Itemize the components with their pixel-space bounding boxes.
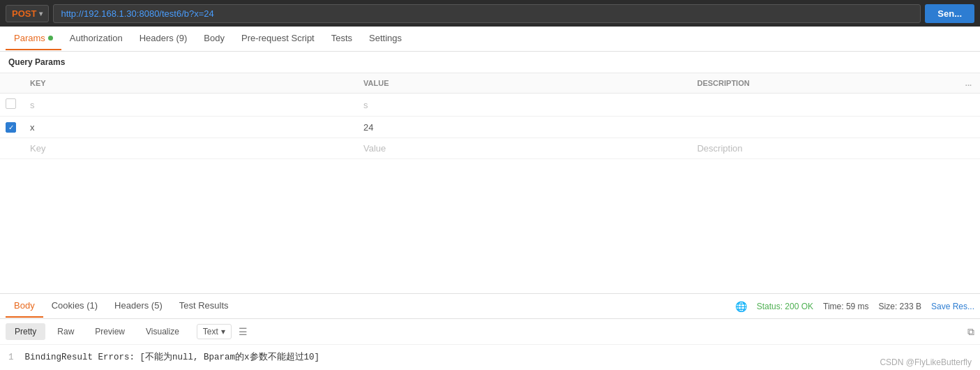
new-row-check-cell xyxy=(0,138,22,159)
tab-authorization-label: Authorization xyxy=(70,33,123,43)
new-row-value-placeholder: Value xyxy=(363,143,386,154)
row2-value-cell[interactable]: 24 xyxy=(355,117,688,138)
row2-value-value: 24 xyxy=(363,122,373,133)
tab-body-label: Body xyxy=(204,33,225,43)
method-label: POST xyxy=(12,8,36,19)
col-more: ... xyxy=(957,73,980,94)
row2-desc-cell[interactable] xyxy=(688,117,956,138)
row1-more-cell xyxy=(957,94,980,117)
tab-params-label: Params xyxy=(14,33,45,43)
tab-headers[interactable]: Headers (9) xyxy=(131,27,196,50)
tab-params[interactable]: Params xyxy=(6,27,61,50)
col-check xyxy=(0,73,22,94)
tab-prerequest-label: Pre-request Script xyxy=(241,33,315,43)
params-table: KEY VALUE DESCRIPTION ... s s xyxy=(0,73,980,159)
new-row-more-cell xyxy=(957,138,980,159)
method-chevron-icon: ▾ xyxy=(39,10,43,17)
tab-authorization[interactable]: Authorization xyxy=(61,27,131,50)
row1-key-value: s xyxy=(30,100,35,110)
query-params-section-label: Query Params xyxy=(0,52,980,73)
table-row: ✓ x 24 xyxy=(0,117,980,138)
col-key: KEY xyxy=(22,73,355,94)
table-row: s s xyxy=(0,94,980,117)
tab-tests[interactable]: Tests xyxy=(323,27,361,50)
tab-settings[interactable]: Settings xyxy=(361,27,410,50)
row1-check-cell[interactable] xyxy=(0,94,22,117)
new-row-key-placeholder: Key xyxy=(30,143,45,154)
top-bar: POST ▾ Sen... xyxy=(0,0,980,27)
tab-prerequest[interactable]: Pre-request Script xyxy=(233,27,323,50)
tab-tests-label: Tests xyxy=(331,33,352,43)
row2-key-value: x xyxy=(30,122,35,133)
url-input[interactable] xyxy=(53,4,921,23)
params-dot xyxy=(48,36,53,40)
table-new-row: Key Value Description xyxy=(0,138,980,159)
row1-checkbox[interactable] xyxy=(6,98,16,109)
row2-more-cell xyxy=(957,117,980,138)
row1-desc-cell[interactable] xyxy=(688,94,956,117)
col-value: VALUE xyxy=(355,73,688,94)
tab-settings-label: Settings xyxy=(369,33,402,43)
new-row-key-cell[interactable]: Key xyxy=(22,138,355,159)
row1-value-value: s xyxy=(363,100,368,110)
row2-check-cell[interactable]: ✓ xyxy=(0,117,22,138)
new-row-value-cell[interactable]: Value xyxy=(355,138,688,159)
tab-body[interactable]: Body xyxy=(195,27,233,50)
request-tabs-bar: Params Authorization Headers (9) Body Pr… xyxy=(0,27,980,52)
row1-value-cell[interactable]: s xyxy=(355,94,688,117)
row2-key-cell[interactable]: x xyxy=(22,117,355,138)
col-description: DESCRIPTION xyxy=(688,73,956,94)
new-row-desc-placeholder: Description xyxy=(697,143,742,154)
method-selector[interactable]: POST ▾ xyxy=(6,5,49,22)
new-row-desc-cell[interactable]: Description xyxy=(688,138,956,159)
tab-headers-label: Headers (9) xyxy=(140,33,188,43)
send-button[interactable]: Sen... xyxy=(925,4,974,23)
row2-checkbox[interactable]: ✓ xyxy=(6,122,16,133)
row1-key-cell[interactable]: s xyxy=(22,94,355,117)
